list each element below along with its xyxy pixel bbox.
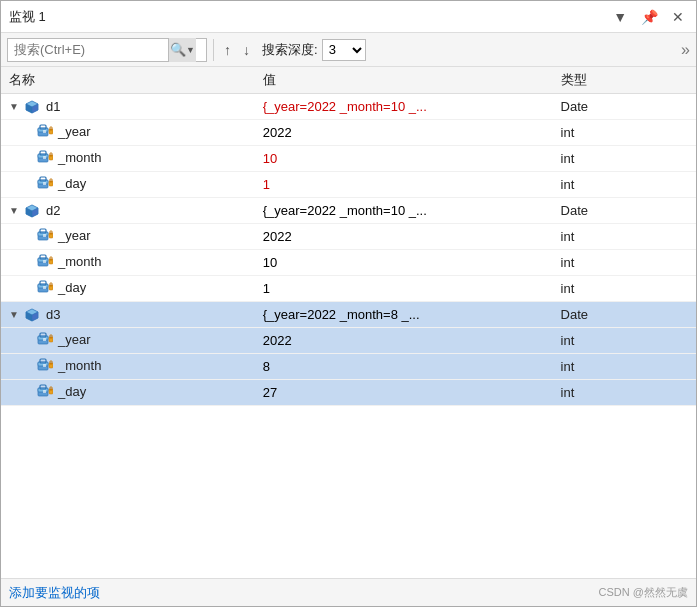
field-name: _day	[58, 280, 86, 295]
table-row[interactable]: _day1int	[1, 276, 696, 302]
search-dropdown-arrow[interactable]: ▼	[186, 45, 195, 55]
watch-window: 监视 1 ▼ 📌 ✕ 🔍 ▼ ↑ ↓ 搜索深度: 3 1 2 4 5 »	[0, 0, 697, 607]
type-cell: Date	[553, 94, 696, 120]
name-cell: _month	[1, 146, 255, 172]
type-cell: int	[553, 354, 696, 380]
var-name: d1	[46, 99, 60, 114]
type-cell: Date	[553, 302, 696, 328]
field-name: _month	[58, 254, 101, 269]
name-cell: _year	[1, 120, 255, 146]
window-title: 监视 1	[9, 8, 46, 26]
col-header-name: 名称	[1, 67, 255, 94]
move-up-button[interactable]: ↑	[220, 40, 235, 60]
value-cell: 2022	[255, 224, 553, 250]
svg-rect-43	[50, 283, 52, 286]
value-cell: 1	[255, 276, 553, 302]
title-bar-controls: ▼ 📌 ✕	[609, 8, 688, 26]
svg-rect-57	[43, 364, 46, 367]
name-cell: _day	[1, 380, 255, 406]
svg-rect-35	[43, 260, 46, 263]
value-cell: 2022	[255, 328, 553, 354]
close-btn[interactable]: ✕	[668, 8, 688, 26]
value-cell: 8	[255, 354, 553, 380]
footer: 添加要监视的项 CSDN @然然无虞	[1, 578, 696, 606]
type-cell: int	[553, 224, 696, 250]
type-cell: int	[553, 146, 696, 172]
toolbar: 🔍 ▼ ↑ ↓ 搜索深度: 3 1 2 4 5 »	[1, 33, 696, 67]
pin-btn[interactable]: 📌	[637, 8, 662, 26]
add-watch-link[interactable]: 添加要监视的项	[9, 584, 100, 602]
var-name: d2	[46, 203, 60, 218]
svg-rect-41	[43, 286, 46, 289]
col-header-type: 类型	[553, 67, 696, 94]
move-down-button[interactable]: ↓	[239, 40, 254, 60]
var-name: d3	[46, 307, 60, 322]
field-name: _year	[58, 124, 91, 139]
watch-table-container: 名称 值 类型 ▼ d1{_year=2022 _month=10 _...Da…	[1, 67, 696, 578]
search-input[interactable]	[8, 42, 168, 57]
name-cell: _year	[1, 328, 255, 354]
table-row[interactable]: _month10int	[1, 250, 696, 276]
search-icon: 🔍	[170, 42, 186, 57]
value-cell: 1	[255, 172, 553, 198]
type-cell: int	[553, 250, 696, 276]
svg-rect-21	[50, 179, 52, 182]
name-cell: _month	[1, 250, 255, 276]
table-row[interactable]: ▼ d1{_year=2022 _month=10 _...Date	[1, 94, 696, 120]
svg-rect-65	[50, 387, 52, 390]
svg-rect-63	[43, 390, 46, 393]
table-row[interactable]: _day1int	[1, 172, 696, 198]
svg-rect-53	[50, 335, 52, 338]
value-cell: 10	[255, 250, 553, 276]
search-button[interactable]: 🔍 ▼	[168, 38, 196, 62]
type-cell: int	[553, 120, 696, 146]
depth-label: 搜索深度:	[262, 41, 318, 59]
more-options-btn[interactable]: »	[681, 41, 690, 59]
value-cell: {_year=2022 _month=10 _...	[255, 94, 553, 120]
field-name: _month	[58, 150, 101, 165]
table-row[interactable]: _year2022int	[1, 224, 696, 250]
brand-label: CSDN @然然无虞	[599, 585, 688, 600]
svg-rect-31	[50, 231, 52, 234]
search-box: 🔍 ▼	[7, 38, 207, 62]
depth-select[interactable]: 3 1 2 4 5	[322, 39, 366, 61]
table-row[interactable]: _year2022int	[1, 328, 696, 354]
type-cell: int	[553, 276, 696, 302]
svg-rect-37	[50, 257, 52, 260]
name-cell: ▼ d3	[1, 302, 255, 328]
table-row[interactable]: _day27int	[1, 380, 696, 406]
expand-arrow[interactable]: ▼	[9, 309, 19, 320]
table-row[interactable]: ▼ d2{_year=2022 _month=10 _...Date	[1, 198, 696, 224]
svg-rect-15	[50, 153, 52, 156]
name-cell: _day	[1, 276, 255, 302]
value-cell: {_year=2022 _month=8 _...	[255, 302, 553, 328]
table-header-row: 名称 值 类型	[1, 67, 696, 94]
type-cell: int	[553, 172, 696, 198]
col-header-value: 值	[255, 67, 553, 94]
field-name: _day	[58, 176, 86, 191]
svg-rect-7	[43, 130, 46, 133]
svg-rect-13	[43, 156, 46, 159]
field-name: _year	[58, 332, 91, 347]
field-name: _month	[58, 358, 101, 373]
name-cell: _month	[1, 354, 255, 380]
table-row[interactable]: _month8int	[1, 354, 696, 380]
table-row[interactable]: ▼ d3{_year=2022 _month=8 _...Date	[1, 302, 696, 328]
value-cell: {_year=2022 _month=10 _...	[255, 198, 553, 224]
expand-arrow[interactable]: ▼	[9, 205, 19, 216]
value-cell: 10	[255, 146, 553, 172]
value-cell: 2022	[255, 120, 553, 146]
pin-dropdown-btn[interactable]: ▼	[609, 8, 631, 26]
type-cell: int	[553, 380, 696, 406]
watch-table: 名称 值 类型 ▼ d1{_year=2022 _month=10 _...Da…	[1, 67, 696, 406]
expand-arrow[interactable]: ▼	[9, 101, 19, 112]
table-row[interactable]: _month10int	[1, 146, 696, 172]
svg-rect-9	[50, 127, 52, 130]
separator-1	[213, 39, 214, 61]
title-bar: 监视 1 ▼ 📌 ✕	[1, 1, 696, 33]
name-cell: ▼ d2	[1, 198, 255, 224]
type-cell: int	[553, 328, 696, 354]
svg-rect-29	[43, 234, 46, 237]
table-row[interactable]: _year2022int	[1, 120, 696, 146]
svg-rect-59	[50, 361, 52, 364]
